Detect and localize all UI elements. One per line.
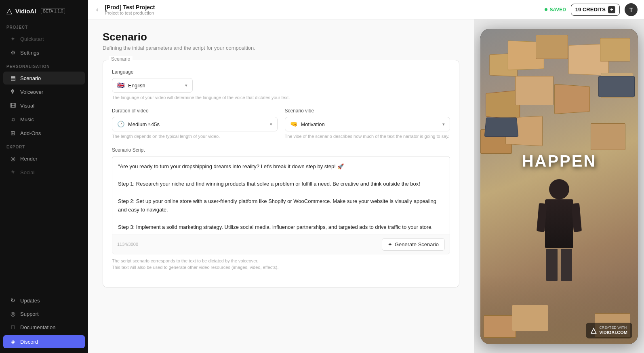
sidebar-item-visual[interactable]: 🎞 Visual bbox=[3, 99, 85, 112]
support-icon: ◎ bbox=[10, 311, 16, 317]
vibe-icon: 🤜 bbox=[290, 120, 298, 128]
app-beta: BETA 1.1.0 bbox=[41, 8, 65, 14]
sidebar-item-scenario[interactable]: ▤ Scenario bbox=[3, 72, 85, 85]
language-chevron-icon: ▾ bbox=[185, 83, 187, 88]
watermark-created-with: CREATED WITH bbox=[599, 326, 627, 330]
script-label: Scenario Script bbox=[112, 147, 450, 153]
generate-scenario-button[interactable]: ✦ Generate Scenario bbox=[382, 238, 445, 251]
generate-btn-label: Generate Scenario bbox=[395, 241, 439, 247]
sidebar: △ VidioAI BETA 1.1.0 PROJECT ✦ Quickstar… bbox=[0, 0, 88, 353]
sidebar-item-label: Settings bbox=[20, 50, 39, 56]
project-info: [Prod] Test Project Project to test prod… bbox=[105, 4, 540, 15]
addons-icon: ⊞ bbox=[10, 130, 16, 136]
sidebar-item-label: Music bbox=[20, 116, 34, 123]
duration-label: Duration of video bbox=[112, 108, 278, 114]
sidebar-item-label: Visual bbox=[20, 103, 34, 109]
script-wrapper: "Are you ready to turn your dropshipping… bbox=[112, 156, 450, 254]
status-text: SAVED bbox=[549, 7, 566, 13]
sidebar-item-label: Documentation bbox=[20, 324, 55, 330]
language-value: English bbox=[128, 82, 145, 89]
sidebar-item-render[interactable]: ◎ Render bbox=[3, 152, 85, 165]
page-title: Scenario bbox=[103, 31, 459, 43]
duration-hint: The length depends on the typical length… bbox=[112, 133, 278, 140]
duration-group: Duration of video 🕐 Medium ≈45s ▾ The le… bbox=[112, 108, 278, 140]
app-name: VidioAI bbox=[15, 8, 36, 15]
scenario-card: Scenario Language 🇬🇧 English ▾ The langu… bbox=[103, 60, 459, 287]
main-area: ‹ [Prod] Test Project Project to test pr… bbox=[88, 0, 644, 353]
sidebar-item-label: Social bbox=[20, 169, 34, 175]
script-group: Scenario Script "Are you ready to turn y… bbox=[112, 147, 450, 271]
vibe-group: Scenario vibe 🤜 Motivation ▾ The vibe of… bbox=[285, 108, 450, 140]
status-dot bbox=[545, 8, 547, 11]
avatar[interactable]: T bbox=[625, 3, 638, 16]
header: ‹ [Prod] Test Project Project to test pr… bbox=[88, 0, 644, 19]
sidebar-item-discord[interactable]: ◈ Discord bbox=[3, 335, 85, 348]
script-footer: 1134/3000 ✦ Generate Scenario bbox=[112, 235, 450, 254]
language-select[interactable]: 🇬🇧 English ▾ bbox=[112, 78, 193, 93]
duration-select-left: 🕐 Medium ≈45s bbox=[117, 120, 160, 128]
duration-select[interactable]: 🕐 Medium ≈45s ▾ bbox=[112, 117, 278, 131]
project-name: [Prod] Test Project bbox=[105, 4, 540, 11]
preview-watermark: △ CREATED WITH VIDIOAI.COM bbox=[586, 323, 632, 338]
sidebar-item-settings[interactable]: ⚙ Settings bbox=[3, 46, 85, 59]
section-label-project: PROJECT bbox=[0, 20, 88, 32]
quickstart-icon: ✦ bbox=[10, 36, 16, 42]
language-hint: The language of your video will determin… bbox=[112, 95, 450, 101]
sidebar-item-label: Render bbox=[20, 156, 38, 162]
sidebar-item-social[interactable]: # Social bbox=[3, 166, 85, 179]
sidebar-bottom: ↻ Updates ◎ Support □ Documentation ◈ Di… bbox=[0, 294, 88, 353]
documentation-icon: □ bbox=[10, 324, 16, 330]
duration-vibe-row: Duration of video 🕐 Medium ≈45s ▾ The le… bbox=[112, 108, 450, 140]
vibe-value: Motivation bbox=[301, 121, 325, 127]
sidebar-item-label: Updates bbox=[20, 298, 40, 304]
settings-icon: ⚙ bbox=[10, 49, 16, 56]
vibe-select-left: 🤜 Motivation bbox=[290, 120, 325, 128]
music-icon: ♫ bbox=[10, 116, 16, 123]
language-label: Language bbox=[112, 69, 450, 75]
script-textarea[interactable]: "Are you ready to turn your dropshipping… bbox=[112, 156, 450, 233]
duration-chevron-icon: ▾ bbox=[270, 122, 272, 127]
language-select-left: 🇬🇧 English bbox=[117, 82, 145, 89]
app-logo: △ VidioAI BETA 1.1.0 bbox=[0, 0, 88, 20]
preview-panel: HAPPEN △ CREATED WITH VIDIOAI.COM bbox=[474, 19, 644, 353]
preview-phone: HAPPEN △ CREATED WITH VIDIOAI.COM bbox=[480, 29, 638, 344]
vibe-label: Scenario vibe bbox=[285, 108, 450, 114]
sidebar-item-music[interactable]: ♫ Music bbox=[3, 113, 85, 126]
vibe-select[interactable]: 🤜 Motivation ▾ bbox=[285, 117, 450, 131]
sidebar-item-updates[interactable]: ↻ Updates bbox=[3, 294, 85, 307]
render-icon: ◎ bbox=[10, 155, 16, 162]
script-count: 1134/3000 bbox=[117, 242, 138, 247]
duration-icon: 🕐 bbox=[117, 120, 125, 128]
social-icon: # bbox=[10, 169, 16, 175]
content-layout: Scenario Defining the initial parameters… bbox=[88, 19, 644, 353]
watermark-brand: VIDIOAI.COM bbox=[599, 330, 627, 336]
section-label-personalisation: PERSONALISATION bbox=[0, 59, 88, 71]
sidebar-item-documentation[interactable]: □ Documentation bbox=[3, 321, 85, 334]
sidebar-item-quickstart[interactable]: ✦ Quickstart bbox=[3, 32, 85, 45]
back-button[interactable]: ‹ bbox=[95, 4, 100, 15]
credits-button[interactable]: 19 CREDITS + bbox=[571, 4, 620, 16]
language-group: Language 🇬🇧 English ▾ The language of yo… bbox=[112, 69, 450, 101]
vibe-hint: The vibe of the scenario describes how m… bbox=[285, 133, 450, 140]
updates-icon: ↻ bbox=[10, 297, 16, 304]
sidebar-item-label: Discord bbox=[20, 339, 38, 345]
sidebar-item-support[interactable]: ◎ Support bbox=[3, 307, 85, 320]
page-subtitle: Defining the initial parameters and the … bbox=[103, 45, 459, 51]
sidebar-item-label: Quickstart bbox=[20, 36, 44, 42]
sidebar-item-label: Support bbox=[20, 311, 39, 317]
watermark-text-block: CREATED WITH VIDIOAI.COM bbox=[599, 326, 627, 336]
voiceover-icon: 🎙 bbox=[10, 89, 16, 95]
language-flag: 🇬🇧 bbox=[117, 82, 125, 89]
preview-word: HAPPEN bbox=[522, 152, 597, 170]
sidebar-item-label: Voiceover bbox=[20, 89, 43, 95]
card-label: Scenario bbox=[109, 56, 133, 62]
content-main: Scenario Defining the initial parameters… bbox=[88, 19, 474, 353]
section-label-export: EXPORT bbox=[0, 140, 88, 152]
watermark-logo-icon: △ bbox=[591, 326, 596, 335]
script-note: The script scenario corresponds to the t… bbox=[112, 258, 450, 271]
sidebar-item-label: Scenario bbox=[20, 75, 41, 81]
generate-icon: ✦ bbox=[388, 241, 392, 247]
sidebar-item-addons[interactable]: ⊞ Add-Ons bbox=[3, 127, 85, 140]
discord-icon: ◈ bbox=[10, 338, 16, 345]
sidebar-item-voiceover[interactable]: 🎙 Voiceover bbox=[3, 85, 85, 98]
